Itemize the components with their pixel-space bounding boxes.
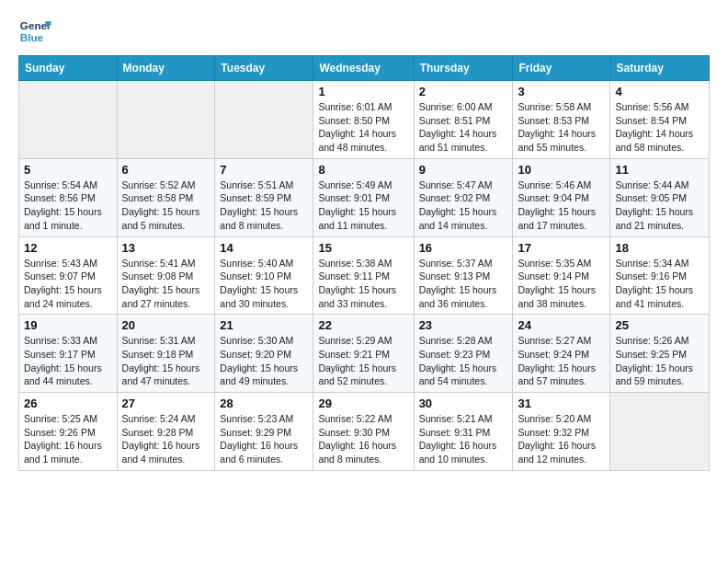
page-header: General Blue bbox=[18, 15, 710, 48]
day-info: Sunrise: 5:21 AMSunset: 9:31 PMDaylight:… bbox=[419, 412, 508, 466]
day-number: 24 bbox=[518, 318, 605, 332]
day-cell: 28Sunrise: 5:23 AMSunset: 9:29 PMDayligh… bbox=[215, 393, 313, 471]
col-header-tuesday: Tuesday bbox=[215, 56, 313, 81]
day-info: Sunrise: 5:25 AMSunset: 9:26 PMDaylight:… bbox=[24, 412, 112, 466]
day-number: 29 bbox=[318, 396, 408, 410]
day-info: Sunrise: 5:27 AMSunset: 9:24 PMDaylight:… bbox=[518, 334, 605, 388]
day-info: Sunrise: 5:46 AMSunset: 9:04 PMDaylight:… bbox=[518, 178, 605, 233]
day-cell: 16Sunrise: 5:37 AMSunset: 9:13 PMDayligh… bbox=[414, 236, 513, 315]
day-cell: 6Sunrise: 5:52 AMSunset: 8:58 PMDaylight… bbox=[117, 158, 215, 236]
day-cell: 10Sunrise: 5:46 AMSunset: 9:04 PMDayligh… bbox=[513, 158, 610, 236]
week-row-5: 26Sunrise: 5:25 AMSunset: 9:26 PMDayligh… bbox=[19, 393, 710, 471]
day-info: Sunrise: 5:47 AMSunset: 9:02 PMDaylight:… bbox=[419, 178, 508, 233]
day-cell bbox=[610, 393, 710, 471]
day-cell: 30Sunrise: 5:21 AMSunset: 9:31 PMDayligh… bbox=[414, 393, 513, 471]
day-number: 28 bbox=[220, 396, 308, 410]
day-cell bbox=[215, 81, 313, 159]
day-info: Sunrise: 5:20 AMSunset: 9:32 PMDaylight:… bbox=[518, 412, 605, 466]
day-info: Sunrise: 5:44 AMSunset: 9:05 PMDaylight:… bbox=[615, 178, 704, 233]
day-info: Sunrise: 5:23 AMSunset: 9:29 PMDaylight:… bbox=[220, 412, 308, 466]
day-info: Sunrise: 5:30 AMSunset: 9:20 PMDaylight:… bbox=[220, 334, 308, 388]
day-cell: 17Sunrise: 5:35 AMSunset: 9:14 PMDayligh… bbox=[513, 236, 610, 315]
week-row-2: 5Sunrise: 5:54 AMSunset: 8:56 PMDaylight… bbox=[19, 158, 710, 236]
day-number: 8 bbox=[318, 163, 408, 177]
day-info: Sunrise: 5:49 AMSunset: 9:01 PMDaylight:… bbox=[318, 178, 408, 233]
day-info: Sunrise: 5:58 AMSunset: 8:53 PMDaylight:… bbox=[518, 100, 605, 155]
day-cell: 3Sunrise: 5:58 AMSunset: 8:53 PMDaylight… bbox=[513, 81, 610, 159]
day-cell: 21Sunrise: 5:30 AMSunset: 9:20 PMDayligh… bbox=[215, 315, 313, 393]
logo: General Blue bbox=[18, 15, 51, 48]
day-cell: 5Sunrise: 5:54 AMSunset: 8:56 PMDaylight… bbox=[19, 158, 118, 236]
day-number: 15 bbox=[318, 241, 408, 255]
day-cell: 14Sunrise: 5:40 AMSunset: 9:10 PMDayligh… bbox=[215, 236, 313, 315]
day-info: Sunrise: 5:28 AMSunset: 9:23 PMDaylight:… bbox=[419, 334, 508, 388]
day-cell: 24Sunrise: 5:27 AMSunset: 9:24 PMDayligh… bbox=[513, 315, 610, 393]
day-number: 5 bbox=[24, 163, 112, 177]
day-cell: 18Sunrise: 5:34 AMSunset: 9:16 PMDayligh… bbox=[610, 236, 710, 315]
day-info: Sunrise: 5:31 AMSunset: 9:18 PMDaylight:… bbox=[122, 334, 210, 388]
day-cell: 15Sunrise: 5:38 AMSunset: 9:11 PMDayligh… bbox=[313, 236, 414, 315]
day-info: Sunrise: 5:56 AMSunset: 8:54 PMDaylight:… bbox=[615, 100, 704, 155]
day-number: 22 bbox=[318, 318, 408, 332]
day-number: 30 bbox=[419, 396, 508, 410]
day-cell: 29Sunrise: 5:22 AMSunset: 9:30 PMDayligh… bbox=[313, 393, 414, 471]
day-number: 7 bbox=[220, 163, 308, 177]
col-header-thursday: Thursday bbox=[414, 56, 513, 81]
day-number: 11 bbox=[615, 163, 704, 177]
col-header-saturday: Saturday bbox=[610, 56, 710, 81]
day-number: 18 bbox=[615, 241, 704, 255]
day-info: Sunrise: 5:22 AMSunset: 9:30 PMDaylight:… bbox=[318, 412, 408, 466]
day-cell: 25Sunrise: 5:26 AMSunset: 9:25 PMDayligh… bbox=[610, 315, 710, 393]
day-number: 20 bbox=[122, 318, 210, 332]
day-number: 13 bbox=[122, 241, 210, 255]
day-info: Sunrise: 5:37 AMSunset: 9:13 PMDaylight:… bbox=[419, 257, 508, 311]
day-info: Sunrise: 5:41 AMSunset: 9:08 PMDaylight:… bbox=[122, 257, 210, 311]
day-number: 23 bbox=[419, 318, 508, 332]
day-info: Sunrise: 5:33 AMSunset: 9:17 PMDaylight:… bbox=[24, 334, 112, 388]
day-cell: 20Sunrise: 5:31 AMSunset: 9:18 PMDayligh… bbox=[117, 315, 215, 393]
day-number: 17 bbox=[518, 241, 605, 255]
col-header-sunday: Sunday bbox=[19, 56, 118, 81]
day-number: 12 bbox=[24, 241, 112, 255]
day-number: 21 bbox=[220, 318, 308, 332]
week-row-1: 1Sunrise: 6:01 AMSunset: 8:50 PMDaylight… bbox=[19, 81, 710, 159]
day-cell: 23Sunrise: 5:28 AMSunset: 9:23 PMDayligh… bbox=[414, 315, 513, 393]
day-cell bbox=[117, 81, 215, 159]
day-cell: 11Sunrise: 5:44 AMSunset: 9:05 PMDayligh… bbox=[610, 158, 710, 236]
week-row-3: 12Sunrise: 5:43 AMSunset: 9:07 PMDayligh… bbox=[19, 236, 710, 315]
day-info: Sunrise: 6:01 AMSunset: 8:50 PMDaylight:… bbox=[318, 100, 408, 155]
day-cell: 27Sunrise: 5:24 AMSunset: 9:28 PMDayligh… bbox=[117, 393, 215, 471]
day-number: 4 bbox=[615, 85, 704, 98]
day-cell: 26Sunrise: 5:25 AMSunset: 9:26 PMDayligh… bbox=[19, 393, 118, 471]
day-number: 14 bbox=[220, 241, 308, 255]
day-cell: 1Sunrise: 6:01 AMSunset: 8:50 PMDaylight… bbox=[313, 81, 414, 159]
col-header-monday: Monday bbox=[117, 56, 215, 81]
day-info: Sunrise: 5:40 AMSunset: 9:10 PMDaylight:… bbox=[220, 257, 308, 311]
day-info: Sunrise: 5:38 AMSunset: 9:11 PMDaylight:… bbox=[318, 257, 408, 311]
day-cell: 4Sunrise: 5:56 AMSunset: 8:54 PMDaylight… bbox=[610, 81, 710, 159]
col-header-friday: Friday bbox=[513, 56, 610, 81]
day-info: Sunrise: 5:29 AMSunset: 9:21 PMDaylight:… bbox=[318, 334, 408, 388]
day-info: Sunrise: 6:00 AMSunset: 8:51 PMDaylight:… bbox=[419, 100, 508, 155]
day-number: 16 bbox=[419, 241, 508, 255]
day-info: Sunrise: 5:51 AMSunset: 8:59 PMDaylight:… bbox=[220, 178, 308, 233]
day-info: Sunrise: 5:24 AMSunset: 9:28 PMDaylight:… bbox=[122, 412, 210, 466]
day-number: 2 bbox=[419, 85, 508, 98]
day-info: Sunrise: 5:26 AMSunset: 9:25 PMDaylight:… bbox=[615, 334, 704, 388]
day-cell: 9Sunrise: 5:47 AMSunset: 9:02 PMDaylight… bbox=[414, 158, 513, 236]
logo-icon: General Blue bbox=[18, 15, 51, 48]
day-info: Sunrise: 5:54 AMSunset: 8:56 PMDaylight:… bbox=[24, 178, 112, 233]
svg-text:Blue: Blue bbox=[20, 31, 44, 43]
day-number: 31 bbox=[518, 396, 605, 410]
day-number: 19 bbox=[24, 318, 112, 332]
calendar-table: SundayMondayTuesdayWednesdayThursdayFrid… bbox=[18, 55, 710, 471]
day-info: Sunrise: 5:52 AMSunset: 8:58 PMDaylight:… bbox=[122, 178, 210, 233]
day-cell: 13Sunrise: 5:41 AMSunset: 9:08 PMDayligh… bbox=[117, 236, 215, 315]
day-number: 25 bbox=[615, 318, 704, 332]
day-number: 9 bbox=[419, 163, 508, 177]
day-number: 1 bbox=[318, 85, 408, 98]
day-info: Sunrise: 5:43 AMSunset: 9:07 PMDaylight:… bbox=[24, 257, 112, 311]
day-number: 26 bbox=[24, 396, 112, 410]
day-cell bbox=[19, 81, 118, 159]
day-info: Sunrise: 5:34 AMSunset: 9:16 PMDaylight:… bbox=[615, 257, 704, 311]
